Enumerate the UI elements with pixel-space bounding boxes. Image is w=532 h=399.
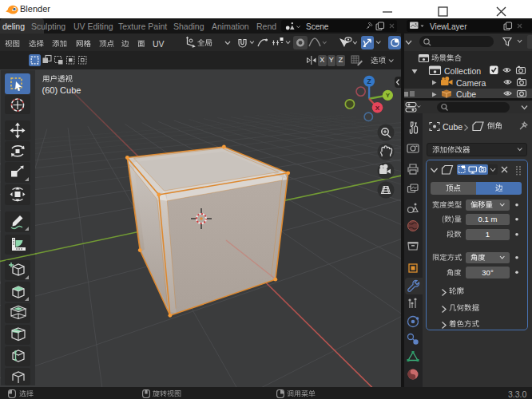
- svg-text:X: X: [375, 105, 380, 112]
- svg-text:Y: Y: [386, 92, 391, 99]
- svg-text:Z: Z: [367, 77, 371, 85]
